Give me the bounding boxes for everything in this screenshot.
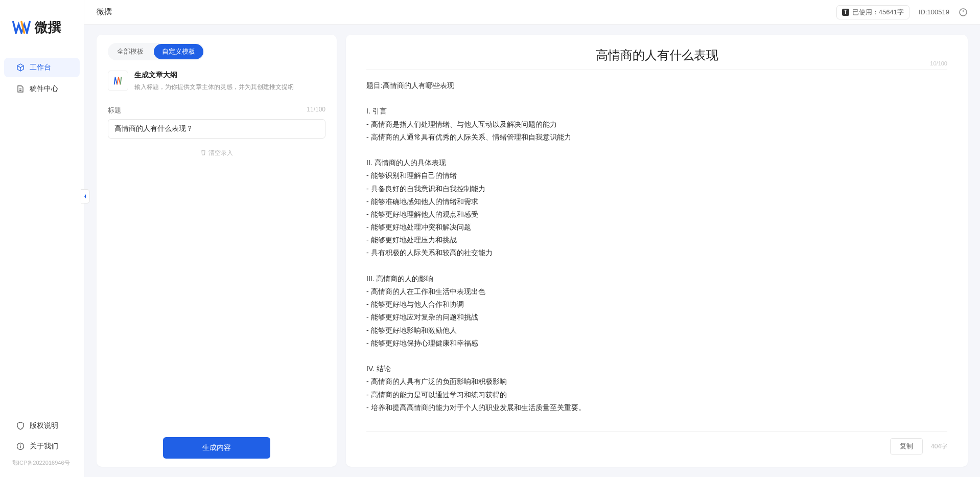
form-count: 11/100	[307, 106, 325, 115]
topbar-right: T 已使用：45641字 ID:100519	[836, 5, 968, 19]
cube-icon	[16, 63, 25, 72]
divider	[366, 70, 947, 70]
nav-item-drafts[interactable]: 稿件中心	[4, 79, 80, 99]
logo-text: 微撰	[35, 18, 61, 36]
title-input[interactable]	[108, 119, 325, 139]
usage-badge[interactable]: T 已使用：45641字	[836, 5, 909, 19]
form-row-title: 标题 11/100	[108, 106, 325, 139]
nav-label: 稿件中心	[30, 84, 58, 94]
doc-title[interactable]: 高情商的人有什么表现	[596, 49, 718, 62]
template-icon	[108, 71, 128, 91]
nav-label: 版权说明	[30, 421, 58, 430]
sidebar-bottom: 版权说明 关于我们 鄂ICP备2022016946号	[0, 415, 84, 477]
nav-item-about[interactable]: 关于我们	[4, 437, 80, 456]
tab-custom-templates[interactable]: 自定义模板	[154, 44, 203, 59]
form-label: 标题	[108, 106, 121, 115]
info-icon	[16, 442, 25, 450]
generate-button[interactable]: 生成内容	[163, 437, 270, 459]
logo: 微撰	[0, 8, 84, 57]
clear-label: 清空录入	[208, 149, 233, 157]
power-icon[interactable]	[959, 8, 968, 17]
doc-title-row: 高情商的人有什么表现 10/100	[366, 47, 947, 70]
user-id: ID:100519	[919, 8, 949, 16]
file-icon	[16, 85, 25, 93]
nav-label: 工作台	[30, 63, 51, 72]
word-count: 404字	[931, 442, 947, 451]
tab-all-templates[interactable]: 全部模板	[109, 44, 152, 59]
tabs: 全部模板 自定义模板	[108, 43, 204, 60]
copy-button[interactable]: 复制	[890, 438, 923, 455]
panel-right: 高情商的人有什么表现 10/100 题目:高情商的人有哪些表现 I. 引言 - …	[346, 35, 968, 467]
collapse-handle[interactable]	[81, 189, 90, 203]
panel-left: 全部模板 自定义模板 生成文章大纲 输入标题，为你提供文章主体的灵感，并为其创建…	[97, 35, 337, 467]
sidebar: 微撰 工作台 稿件中心 版权说明	[0, 0, 84, 477]
template-title: 生成文章大纲	[134, 71, 294, 80]
text-count-icon: T	[842, 9, 849, 16]
clear-button[interactable]: 清空录入	[108, 149, 325, 157]
usage-text: 已使用：45641字	[852, 8, 904, 17]
topbar: 微撰 T 已使用：45641字 ID:100519	[84, 0, 980, 25]
template-desc: 输入标题，为你提供文章主体的灵感，并为其创建推文提纲	[134, 83, 294, 92]
template-info: 生成文章大纲 输入标题，为你提供文章主体的灵感，并为其创建推文提纲	[108, 71, 325, 92]
logo-icon	[12, 20, 31, 35]
doc-body[interactable]: 题目:高情商的人有哪些表现 I. 引言 - 高情商是指人们处理情绪、与他人互动以…	[366, 79, 947, 426]
shield-icon	[16, 422, 25, 430]
icp-text: 鄂ICP备2022016946号	[0, 457, 84, 469]
workspace: 全部模板 自定义模板 生成文章大纲 输入标题，为你提供文章主体的灵感，并为其创建…	[84, 25, 980, 477]
main: 微撰 T 已使用：45641字 ID:100519 全部模板 自定义模板	[84, 0, 980, 477]
doc-footer: 复制 404字	[366, 431, 947, 455]
nav-item-workspace[interactable]: 工作台	[4, 58, 80, 77]
trash-icon	[200, 149, 206, 157]
nav-label: 关于我们	[30, 442, 58, 451]
doc-title-count: 10/100	[930, 60, 947, 66]
page-title: 微撰	[97, 7, 112, 17]
nav-item-copyright[interactable]: 版权说明	[4, 416, 80, 436]
